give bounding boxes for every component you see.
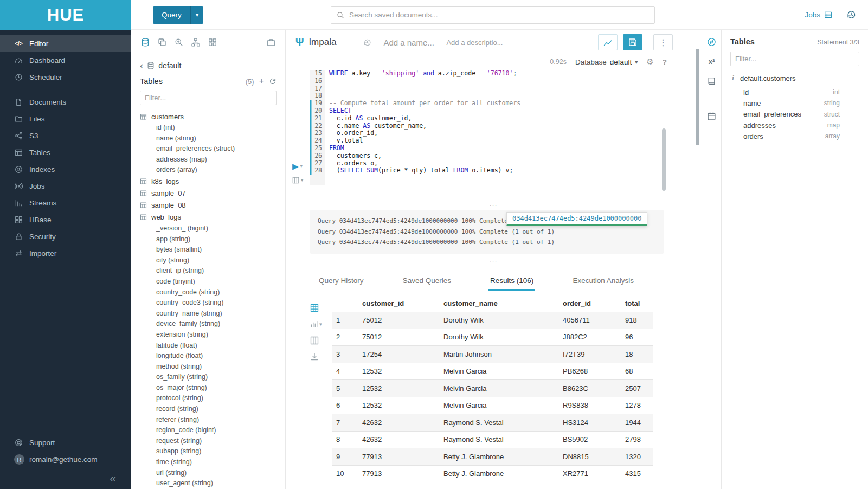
result-row[interactable]: 412532Melvin GarciaPB626868 [332, 363, 653, 380]
assist-column[interactable]: email_preferences (struct) [140, 144, 285, 155]
assist-table-sample-07[interactable]: sample_07 [140, 188, 285, 200]
assist-column[interactable]: code (tinyint) [140, 276, 285, 287]
assist-column[interactable]: country_name (string) [140, 308, 285, 319]
sidebar-item-files[interactable]: Files [0, 111, 131, 127]
tab-saved-queries[interactable]: Saved Queries [401, 272, 453, 291]
assist-column[interactable]: client_ip (string) [140, 266, 285, 276]
sidebar-item-scheduler[interactable]: Scheduler [0, 69, 131, 86]
active-table-row[interactable]: i default.customers [730, 74, 859, 82]
editor-scrollbar[interactable] [662, 128, 666, 191]
refresh-icon[interactable] [269, 78, 277, 85]
sidebar-item-security[interactable]: Security [0, 228, 131, 245]
result-row[interactable]: 1077913Betty J. GiambroneXR27714315 [332, 465, 653, 482]
sidebar-item-hbase[interactable]: HBase [0, 211, 131, 228]
right-filter-input[interactable] [730, 52, 859, 66]
assist-column[interactable]: bytes (smallint) [140, 244, 285, 255]
bucket-source-icon[interactable] [267, 38, 275, 47]
sidebar-item-editor[interactable]: </>Editor [0, 35, 131, 52]
assist-column[interactable]: record (string) [140, 404, 285, 415]
schedule-icon[interactable] [707, 112, 716, 121]
database-selector[interactable]: Database default ▾ [575, 58, 638, 66]
sidebar-item-streams[interactable]: Streams [0, 195, 131, 211]
sidebar-item-dashboard[interactable]: Dashboard [0, 52, 131, 69]
assist-column[interactable]: os_family (string) [140, 372, 285, 383]
resize-handle-top[interactable]: ∙∙∙ [286, 202, 702, 208]
columns-view-icon[interactable] [310, 336, 319, 345]
sidebar-item-indexes[interactable]: Indexes [0, 161, 131, 178]
download-icon[interactable] [310, 352, 319, 361]
snippet-settings-icon[interactable] [292, 177, 299, 184]
functions-icon[interactable]: x² [709, 57, 715, 66]
apps-source-icon[interactable] [208, 38, 217, 47]
col-header-customer-id[interactable]: customer_id [358, 295, 439, 312]
active-table-name[interactable]: default.customers [740, 74, 796, 82]
schema-column-email-preferences[interactable]: email_preferencesstruct [743, 109, 840, 120]
jobs-link[interactable]: Jobs [805, 11, 832, 19]
collapse-sidebar-icon[interactable]: « [110, 472, 116, 484]
assist-table-sample-08[interactable]: sample_08 [140, 200, 285, 211]
assist-filter-input[interactable] [140, 91, 277, 105]
databases-source-icon[interactable] [141, 38, 150, 47]
assist-column[interactable]: country_code3 (string) [140, 298, 285, 308]
hdfs-source-icon[interactable] [191, 38, 200, 47]
sidebar-item-tables[interactable]: Tables [0, 144, 131, 161]
assist-column[interactable]: addresses (map) [140, 155, 285, 165]
help-icon[interactable]: ? [663, 58, 667, 66]
assist-column[interactable]: app (string) [140, 234, 285, 245]
col-header-customer-name[interactable]: customer_name [439, 295, 558, 312]
database-name[interactable]: default [158, 61, 181, 70]
more-actions-button[interactable]: ⋮ [653, 34, 673, 50]
result-row[interactable]: 317254Martin JohnsonI72T3918 [332, 346, 653, 363]
info-icon[interactable]: i [730, 74, 736, 82]
history-icon[interactable] [846, 10, 856, 20]
assist-column[interactable]: method (string) [140, 362, 285, 372]
assist-column[interactable]: extension (string) [140, 330, 285, 340]
query-button-label[interactable]: Query [153, 6, 190, 24]
result-row[interactable]: 842632Raymond S. VestalBS59022798 [332, 431, 653, 448]
assist-column[interactable]: user_agent (string) [140, 478, 285, 489]
snippet-caret-icon[interactable]: ▾ [301, 178, 304, 183]
assist-column[interactable]: latitude (float) [140, 340, 285, 351]
resize-handle-bottom[interactable]: ∙∙∙ [286, 259, 702, 265]
result-row[interactable]: 175012Dorothy Wilk4056711918 [332, 312, 653, 329]
assist-column[interactable]: subapp (string) [140, 446, 285, 457]
sidebar-item-jobs[interactable]: Jobs [0, 178, 131, 195]
sidebar-item-user[interactable]: R romain@gethue.com [0, 451, 131, 468]
result-row[interactable]: 275012Dorothy WilkJ882C296 [332, 329, 653, 346]
sidebar-item-support[interactable]: Support [0, 434, 131, 451]
assist-column[interactable]: os_major (string) [140, 383, 285, 394]
result-row[interactable]: 977913Betty J. GiambroneDN88151320 [332, 448, 653, 466]
assist-column[interactable]: region_code (bigint) [140, 425, 285, 436]
settings-gear-icon[interactable]: ⚙ [646, 57, 653, 67]
grid-view-icon[interactable] [310, 304, 319, 312]
assist-table-customers[interactable]: customers [140, 111, 285, 123]
assist-column[interactable]: url (string) [140, 468, 285, 479]
assistant-icon[interactable] [707, 37, 716, 47]
result-row[interactable]: 742632Raymond S. VestalHS31241944 [332, 414, 653, 432]
main-scrollbar[interactable] [696, 49, 699, 145]
assist-column[interactable]: city (string) [140, 255, 285, 266]
save-button[interactable] [623, 34, 642, 50]
sidebar-item-documents[interactable]: Documents [0, 94, 131, 111]
schema-column-orders[interactable]: ordersarray [743, 131, 840, 141]
code-pane[interactable]: WHERE a.key = 'shipping' and a.zip_code … [325, 70, 702, 175]
query-dropdown-caret-icon[interactable]: ▾ [190, 6, 204, 24]
assist-column[interactable]: referer (string) [140, 415, 285, 426]
zoom-source-icon[interactable] [175, 38, 183, 47]
code-editor[interactable]: ▶ ▾ ▾ 1516171819202122232425262728 WHERE… [286, 70, 702, 190]
col-header-total[interactable]: total [621, 295, 653, 312]
assist-column[interactable]: id (int) [140, 123, 285, 133]
assist-column[interactable]: device_family (string) [140, 319, 285, 330]
col-header-order-id[interactable]: order_id [558, 295, 621, 312]
assist-column[interactable]: request (string) [140, 436, 285, 447]
query-name-input[interactable] [383, 38, 443, 47]
execute-button[interactable]: ▶ [292, 162, 299, 170]
tab-results-106[interactable]: Results (106) [488, 272, 535, 291]
sidebar-item-s3[interactable]: S3 [0, 127, 131, 144]
schema-column-addresses[interactable]: addressesmap [743, 120, 840, 131]
assist-column[interactable]: orders (array) [140, 165, 285, 176]
tab-execution-analysis[interactable]: Execution Analysis [571, 272, 635, 291]
result-row[interactable]: 512532Melvin GarciaB8623C2507 [332, 380, 653, 397]
result-row[interactable]: 612532Melvin GarciaR9S8381278 [332, 397, 653, 414]
assist-column[interactable]: time (string) [140, 457, 285, 468]
